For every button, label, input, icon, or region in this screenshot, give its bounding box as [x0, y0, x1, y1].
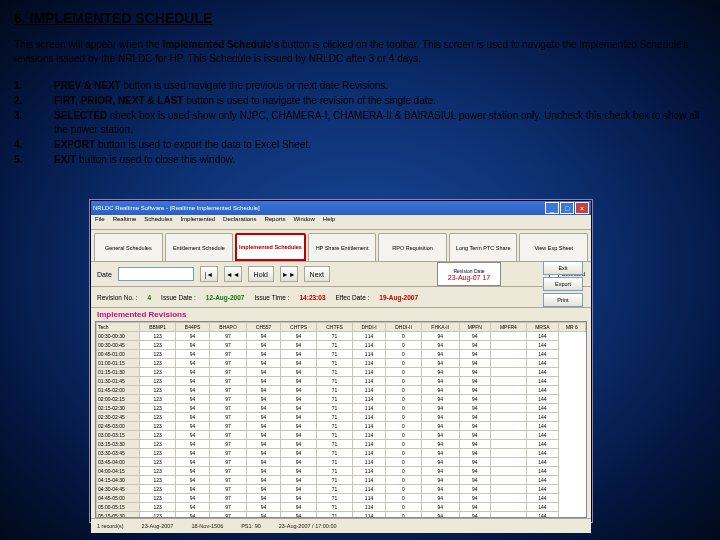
col-header: MPFR4 — [490, 323, 526, 332]
col-header: Tech — [97, 323, 140, 332]
list-desc: FIRT, PRIOR, NEXT & LAST button is used … — [54, 94, 706, 108]
status-segment: PS1: 90 — [241, 523, 261, 529]
section-heading: 6. IMPLEMENTED SCHEDULE — [14, 10, 706, 26]
exit-button[interactable]: Exit — [543, 261, 583, 275]
intro-bold: Implemented Schedule's — [162, 39, 279, 50]
status-segment: 23-Aug-2007 — [142, 523, 174, 529]
col-header: BBMP1 — [140, 323, 176, 332]
table-row[interactable]: 02:00-02:15123949794947111409494144 — [97, 395, 586, 404]
menu-item[interactable]: Help — [323, 216, 335, 228]
status-segment: 18-Nov-1506 — [191, 523, 223, 529]
list-number: 1. — [14, 79, 54, 93]
list-number: 2. — [14, 94, 54, 108]
maximize-button[interactable]: □ — [560, 202, 574, 214]
issuetime-value: 14:23:03 — [299, 294, 325, 301]
side-buttons: ExitExportPrint — [543, 261, 583, 307]
effdate-label: Effec Date : — [336, 294, 370, 301]
window-title: NRLDC Realtime Software - [Realtime Impl… — [93, 205, 260, 211]
table-row[interactable]: 03:15-03:30123949794947111409494144 — [97, 440, 586, 449]
col-header: MRSA — [527, 323, 559, 332]
col-header: MR 6 — [558, 323, 585, 332]
menu-item[interactable]: Declarations — [223, 216, 256, 228]
col-header: DHDI-II — [386, 323, 422, 332]
nav-last-button[interactable]: Next — [304, 266, 330, 282]
app-window: NRLDC Realtime Software - [Realtime Impl… — [90, 200, 592, 522]
revno-value: 4 — [147, 294, 151, 301]
menu-item[interactable]: File — [95, 216, 105, 228]
tab[interactable]: General Schedules — [94, 233, 163, 261]
nav-hold-button[interactable]: Hold — [248, 266, 274, 282]
effdate-value: 19-Aug-2007 — [379, 294, 418, 301]
list-desc: SELECTED check box is used show only NJP… — [54, 109, 706, 137]
col-header: CHTPS — [280, 323, 316, 332]
export-button[interactable]: Export — [543, 277, 583, 291]
tabbar: General SchedulesEntitlement ScheduleImp… — [91, 230, 591, 262]
menu-item[interactable]: Implemented — [180, 216, 215, 228]
list-desc: PREV & NEXT button is used navigate the … — [54, 79, 706, 93]
table-row[interactable]: 01:45-02:00123949794947111409494144 — [97, 386, 586, 395]
titlebar: NRLDC Realtime Software - [Realtime Impl… — [91, 201, 591, 215]
print-button[interactable]: Print — [543, 293, 583, 307]
table-row[interactable]: 03:45-04:00123949794947111409494144 — [97, 458, 586, 467]
col-header: CH557 — [247, 323, 281, 332]
intro-pre: This screen will appear when the — [14, 39, 162, 50]
issuetime-label: Issue Time : — [254, 294, 289, 301]
list-number: 5. — [14, 153, 54, 167]
col-header: MPFN — [459, 323, 490, 332]
nav-prior-button[interactable]: ◄◄ — [224, 266, 242, 282]
table-row[interactable]: 04:30-04:45123949794947111409494144 — [97, 485, 586, 494]
table-row[interactable]: 03:30-03:45123949794947111409494144 — [97, 449, 586, 458]
issuedate-value: 12-Aug-2007 — [206, 294, 245, 301]
list-item: 3.SELECTED check box is used show only N… — [14, 109, 706, 137]
tab[interactable]: HP Share Entitlement — [308, 233, 377, 261]
table-row[interactable]: 02:45-03:00123949794947111409494144 — [97, 422, 586, 431]
minimize-button[interactable]: _ — [545, 202, 559, 214]
data-grid[interactable]: TechBBMP1B44PSBHAPOCH557CHTPSCHTFSDHDI-I… — [95, 321, 587, 518]
table-row[interactable]: 02:30-02:45123949794947111409494144 — [97, 413, 586, 422]
list-item: 2.FIRT, PRIOR, NEXT & LAST button is use… — [14, 94, 706, 108]
table-row[interactable]: 05:00-05:15123949794947111409494144 — [97, 503, 586, 512]
list-desc: EXPORT button is used to export the data… — [54, 138, 706, 152]
numbered-list: 1.PREV & NEXT button is used navigate th… — [14, 79, 706, 167]
col-header: DHDI-I — [352, 323, 385, 332]
menu-item[interactable]: Window — [293, 216, 314, 228]
table-row[interactable]: 00:45-01:00123949794947111409494144 — [97, 350, 586, 359]
list-number: 4. — [14, 138, 54, 152]
tab[interactable]: View Exp Sheet — [519, 233, 588, 261]
status-segment: 1 record(s) — [97, 523, 124, 529]
date-nav-row: Date |◄ ◄◄ Hold ►► Next ✓ Selected ExitE… — [91, 262, 591, 287]
menu-item[interactable]: Schedules — [144, 216, 172, 228]
table-row[interactable]: 01:30-01:45123949794947111409494144 — [97, 377, 586, 386]
date-dropdown[interactable] — [118, 267, 194, 281]
grid-title: Implemented Revisions — [91, 308, 591, 321]
col-header: FHKA-II — [421, 323, 459, 332]
date-label: Date — [97, 271, 112, 278]
col-header: BHAPO — [209, 323, 246, 332]
table-row[interactable]: 00:30-00:30123949794947111409494144 — [97, 332, 586, 341]
tab[interactable]: Entitlement Schedule — [165, 233, 234, 261]
table-row[interactable]: 02:15-02:30123949794947111409494144 — [97, 404, 586, 413]
tab[interactable]: RPO Requisition — [378, 233, 447, 261]
intro-paragraph: This screen will appear when the Impleme… — [14, 38, 706, 65]
table-row[interactable]: 00:30-00:45123949794947111409494144 — [97, 341, 586, 350]
table-row[interactable]: 03:00-03:15123949794947111409494144 — [97, 431, 586, 440]
table-row[interactable]: 04:45-05:00123949794947111409494144 — [97, 494, 586, 503]
menu-item[interactable]: Realtime — [113, 216, 137, 228]
issuedate-label: Issue Date : — [161, 294, 196, 301]
revision-date-box: Revision Date 23-Aug-07 17 — [437, 262, 501, 286]
table-row[interactable]: 01:15-01:30123949794947111409494144 — [97, 368, 586, 377]
table-row[interactable]: 04:15-04:30123949794947111409494144 — [97, 476, 586, 485]
table-row[interactable]: 01:00-01:15123949794947111409494144 — [97, 359, 586, 368]
close-button[interactable]: × — [575, 202, 589, 214]
tab[interactable]: Implemented Schedules — [235, 233, 306, 261]
nav-first-button[interactable]: |◄ — [200, 266, 218, 282]
list-item: 5.EXIT button is used to close this wind… — [14, 153, 706, 167]
list-number: 3. — [14, 109, 54, 137]
nav-next-button[interactable]: ►► — [280, 266, 298, 282]
status-bar: 1 record(s)23-Aug-200718-Nov-1506PS1: 90… — [91, 518, 591, 533]
table-row[interactable]: 04:00-04:15123949794947111409494144 — [97, 467, 586, 476]
tab[interactable]: Long Term PTC Share — [449, 233, 518, 261]
col-header: CHTFS — [317, 323, 353, 332]
menu-item[interactable]: Reports — [264, 216, 285, 228]
list-item: 1.PREV & NEXT button is used navigate th… — [14, 79, 706, 93]
